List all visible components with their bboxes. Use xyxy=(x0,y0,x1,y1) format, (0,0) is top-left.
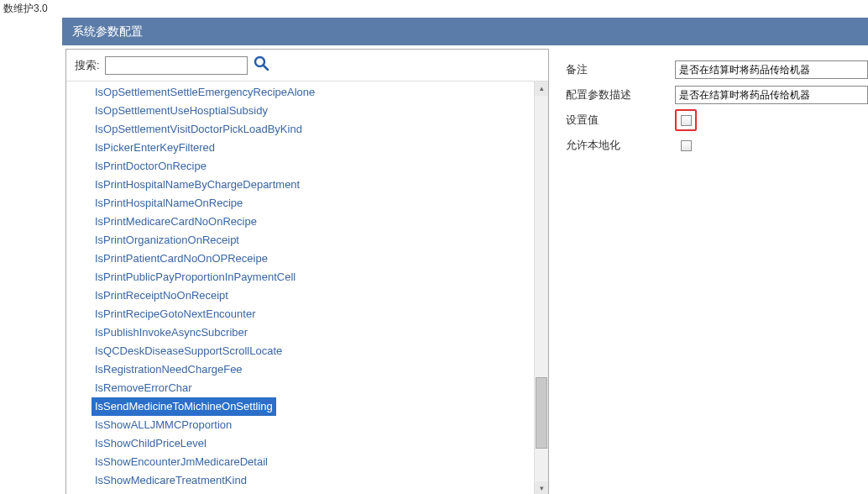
svg-line-1 xyxy=(264,66,268,70)
form-row-allow-local: 允许本地化 xyxy=(566,133,868,158)
tree-item[interactable]: IsPrintMedicareCardNoOnRecipe xyxy=(92,213,260,231)
tree-item[interactable]: IsOpSettlementSettleEmergencyRecipeAlone xyxy=(92,83,318,102)
tree-item[interactable]: IsPrintOrganizationOnReceipt xyxy=(92,231,243,250)
tree-item[interactable]: IsShowEncounterJmMedicareDetail xyxy=(92,453,271,471)
tree-item[interactable]: IsPrintPatientCardNoOnOPReceipe xyxy=(92,250,271,268)
search-icon[interactable] xyxy=(253,55,269,76)
form-row-value: 设置值 xyxy=(566,108,868,133)
tree-item[interactable]: IsPrintDoctorOnRecipe xyxy=(92,157,210,176)
left-gutter xyxy=(0,18,62,494)
remark-field[interactable] xyxy=(675,60,868,79)
allow-local-checkbox[interactable] xyxy=(681,140,692,151)
scroll-thumb[interactable] xyxy=(536,377,547,449)
search-bar: 搜索: xyxy=(66,50,548,81)
tree-item[interactable]: IsPublishInvokeAsyncSubcriber xyxy=(92,323,251,342)
search-label: 搜索: xyxy=(75,58,100,73)
tree-item[interactable]: IsPrintRecipeGotoNextEncounter xyxy=(92,305,259,323)
panel-header: 系统参数配置 xyxy=(62,18,868,45)
tree-item[interactable]: IsPickerEnterKeyFiltered xyxy=(92,139,218,157)
tree-list: IsOpSettlementSettleEmergencyRecipeAlone… xyxy=(66,81,534,494)
tree-item[interactable]: IsPrintReceiptNoOnReceipt xyxy=(92,286,232,305)
allow-local-label: 允许本地化 xyxy=(566,138,675,153)
scroll-up-icon[interactable]: ▴ xyxy=(535,81,548,96)
form-row-remark: 备注 xyxy=(566,57,868,82)
form-row-desc: 配置参数描述 xyxy=(566,82,868,108)
tree-item[interactable]: IsShowALLJMMCProportion xyxy=(92,416,235,434)
body-row: 搜索: IsOpSettlementSettleEmergencyRecipeA… xyxy=(62,45,868,494)
desc-label: 配置参数描述 xyxy=(566,87,675,102)
tree-item[interactable]: IsShowChildPriceLevel xyxy=(92,434,210,453)
value-checkbox[interactable] xyxy=(681,115,692,126)
tree-item[interactable]: IsRegistrationNeedChargeFee xyxy=(92,360,246,379)
panel-title: 系统参数配置 xyxy=(72,24,143,39)
tree-item[interactable]: IsRemoveErrorChar xyxy=(92,379,196,397)
tree-item[interactable]: IsOpSettlementVisitDoctorPickLoadByKind xyxy=(92,120,306,139)
remark-label: 备注 xyxy=(566,62,675,77)
tree-item[interactable]: IsShowPrescriptionDropCbxInCureGrid xyxy=(92,490,288,494)
right-panel: 备注 配置参数描述 设置值 允许本地化 xyxy=(549,45,868,494)
value-checkbox-highlight xyxy=(675,109,697,131)
scroll-down-icon[interactable]: ▾ xyxy=(535,481,548,494)
main-container: 系统参数配置 搜索: IsOpSettlementSettleEmergency… xyxy=(0,18,868,494)
tree-item[interactable]: IsSendMedicineToMichineOnSettling xyxy=(92,397,276,416)
tree-item[interactable]: IsOpSettlementUseHosptialSubsidy xyxy=(92,102,271,120)
content-area: 系统参数配置 搜索: IsOpSettlementSettleEmergency… xyxy=(62,18,868,494)
tree-item[interactable]: IsPrintHospitalNameByChargeDepartment xyxy=(92,176,303,194)
desc-field[interactable] xyxy=(675,86,868,104)
left-panel: 搜索: IsOpSettlementSettleEmergencyRecipeA… xyxy=(65,49,549,494)
scrollbar[interactable]: ▴ ▾ xyxy=(534,81,548,494)
app-title: 数维护3.0 xyxy=(0,0,868,18)
tree-item[interactable]: IsPrintHospitalNameOnRecipe xyxy=(92,194,246,213)
tree-wrapper: IsOpSettlementSettleEmergencyRecipeAlone… xyxy=(66,81,548,494)
tree-item[interactable]: IsShowMedicareTreatmentKind xyxy=(92,471,250,490)
tree-item[interactable]: IsQCDeskDiseaseSupportScrollLocate xyxy=(92,342,285,360)
tree-item[interactable]: IsPrintPublicPayProportionInPaymentCell xyxy=(92,268,299,286)
value-label: 设置值 xyxy=(566,113,675,128)
search-input[interactable] xyxy=(105,56,248,75)
allow-local-checkbox-wrap xyxy=(675,134,697,156)
